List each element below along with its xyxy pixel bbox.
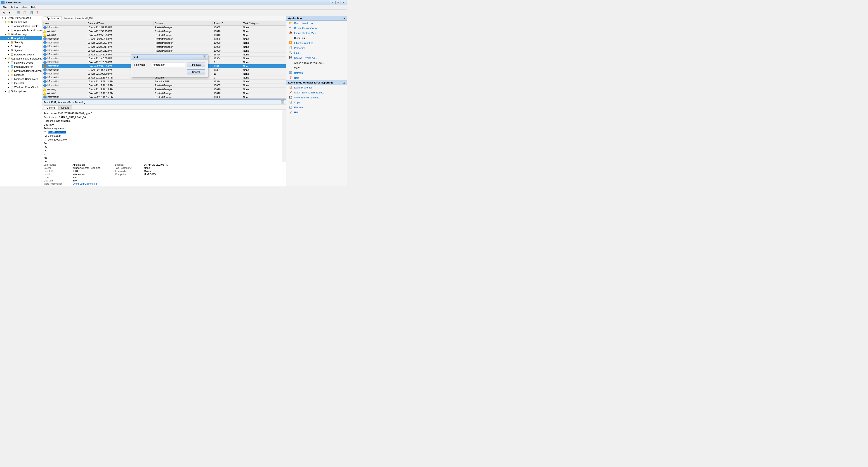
find-dialog-close[interactable]: × xyxy=(203,55,206,59)
tree-item-windows-logs[interactable]: ▼📁Windows Logs xyxy=(0,32,41,36)
tree-item-microsoft[interactable]: ►📁Microsoft xyxy=(0,73,41,77)
tree-expand-forwarded-events[interactable]: ► xyxy=(7,53,10,56)
table-row[interactable]: iInformation 16-Apr-22 2:59:23 PM Restar… xyxy=(42,41,286,45)
tree-expand-security[interactable]: ► xyxy=(7,41,10,44)
tree-item-custom-views[interactable]: ▼📁Custom Views xyxy=(0,20,41,24)
action-item-0-8[interactable]: Attach a Task To this Log... xyxy=(286,60,347,65)
tree-item-system[interactable]: ►🖥System xyxy=(0,49,41,53)
find-what-input[interactable] xyxy=(152,62,185,67)
col-category[interactable]: Task Category xyxy=(242,21,286,26)
tree-item-forwarded-events[interactable]: ►📋Forwarded Events xyxy=(0,53,41,57)
actions-section-header-1[interactable]: Event 1001, Windows Error Reporting▲ xyxy=(286,80,347,85)
action-item-0-3[interactable]: Clear Log... xyxy=(286,35,347,40)
tree-item-key-management[interactable]: ►🔑Key Management Service xyxy=(0,69,41,73)
toolbar-btn-2[interactable]: 📋 xyxy=(22,10,27,15)
table-row[interactable]: !Warning 16-Apr-22 2:59:25 PM RestartMan… xyxy=(42,29,286,33)
action-item-1-3[interactable]: 📋Copy xyxy=(286,100,347,105)
col-level[interactable]: Level xyxy=(42,21,86,26)
tree-item-setup[interactable]: ►⚙Setup xyxy=(0,45,41,49)
tree-item-microsoft-office[interactable]: ►📋Microsoft Office Alerts xyxy=(0,77,41,81)
tree-expand-key-management[interactable]: ► xyxy=(7,69,10,72)
toolbar-btn-3[interactable]: 🔄 xyxy=(28,10,34,15)
table-row[interactable]: iInformation 16-Apr-22 12:16:16 PM Resta… xyxy=(42,84,286,87)
tree-item-event-viewer-local[interactable]: ▼🖥Event Viewer (Local) xyxy=(0,16,41,20)
table-row[interactable]: iInformation 16-Apr-22 12:16:15 PM Resta… xyxy=(42,95,286,98)
find-cancel-button[interactable]: Cancel xyxy=(187,69,205,75)
col-eventid[interactable]: Event ID xyxy=(212,21,242,26)
menu-help[interactable]: Help xyxy=(29,5,38,9)
tree-expand-windows-logs[interactable]: ▼ xyxy=(4,33,7,36)
action-item-0-1[interactable]: ✏Create Custom View... xyxy=(286,26,347,31)
cell-category: None xyxy=(242,76,286,80)
tree-expand-apps-services-logs[interactable]: ▼ xyxy=(4,57,7,60)
menu-action[interactable]: Action xyxy=(9,5,20,9)
tree-expand-setup[interactable]: ► xyxy=(7,45,10,48)
tree-expand-internet-explorer[interactable]: ► xyxy=(7,65,10,68)
action-item-0-5[interactable]: 📋Properties xyxy=(286,46,347,51)
action-item-1-1[interactable]: 📌Attach Task To This Event... xyxy=(286,90,347,95)
tree-expand-openssh[interactable]: ► xyxy=(7,82,10,85)
action-item-0-10[interactable]: 🔄Refresh xyxy=(286,70,347,75)
tab-details[interactable]: Details xyxy=(58,106,72,110)
table-row[interactable]: !Warning 16-Apr-22 12:16:16 PM RestartMa… xyxy=(42,87,286,91)
table-row[interactable]: !Warning 16-Apr-22 12:16:16 PM RestartMa… xyxy=(42,91,286,95)
maximize-button[interactable]: □ xyxy=(336,1,340,4)
action-item-0-9[interactable]: View xyxy=(286,65,347,70)
action-item-1-0[interactable]: 📋Event Properties xyxy=(286,85,347,90)
table-row[interactable]: !Warning 16-Apr-22 2:59:25 PM RestartMan… xyxy=(42,33,286,37)
actions-section-header-0[interactable]: Application▲ xyxy=(286,16,347,21)
tree-expand-microsoft-office[interactable]: ► xyxy=(7,77,10,81)
tree-item-internet-explorer[interactable]: ►🌐Internet Explorer xyxy=(0,65,41,69)
tab-general[interactable]: General xyxy=(43,106,58,110)
action-item-0-4[interactable]: 🔽Filter Current Log... xyxy=(286,40,347,46)
toolbar-btn-1[interactable]: 🔙 xyxy=(16,10,21,15)
tree-item-subscriptions[interactable]: ►📋Subscriptions xyxy=(0,89,41,93)
action-item-1-2[interactable]: 💾Save Selected Events... xyxy=(286,95,347,100)
tree-expand-hardware-events[interactable]: ► xyxy=(7,61,10,64)
more-info-link[interactable]: Event Log Online Help xyxy=(72,182,113,185)
table-row[interactable]: iInformation 16-Apr-22 2:59:25 PM Restar… xyxy=(42,26,286,29)
tree-item-apps-services-logs[interactable]: ▼📁Applications and Services Logs xyxy=(0,57,41,61)
tree-expand-event-viewer-local[interactable]: ▼ xyxy=(1,16,4,20)
tree-expand-administrative-events[interactable]: ► xyxy=(7,24,10,28)
cell-category: None xyxy=(242,91,286,95)
table-row[interactable]: iInformation 16-Apr-22 2:59:12 PM Restar… xyxy=(42,49,286,53)
action-item-1-5[interactable]: ❓Help xyxy=(286,110,347,115)
tree-expand-microsoft[interactable]: ► xyxy=(7,73,10,77)
close-button[interactable]: × xyxy=(341,1,346,4)
tree-item-windows-powershell[interactable]: ►📋Windows PowerShell xyxy=(0,85,41,89)
tree-item-openssh[interactable]: ►📋OpenSSH xyxy=(0,81,41,85)
col-date[interactable]: Date and Time xyxy=(86,21,153,26)
tree-item-administrative-events[interactable]: ►📋Administrative Events xyxy=(0,24,41,28)
tree-item-hardware-events[interactable]: ►📋Hardware Events xyxy=(0,61,41,65)
detail-close-button[interactable]: × xyxy=(281,100,284,104)
tree-expand-custom-views[interactable]: ▼ xyxy=(4,20,7,24)
action-item-0-11[interactable]: ❓Help xyxy=(286,75,347,80)
tree-item-apparaatbeheer[interactable]: ►📋Apparaatbeheer - Ethernet-cont... xyxy=(0,28,41,32)
tree-expand-windows-powershell[interactable]: ► xyxy=(7,86,10,89)
tree-expand-system[interactable]: ► xyxy=(7,49,10,52)
forward-button[interactable]: ► xyxy=(7,10,13,15)
action-item-0-0[interactable]: 📂Open Saved Log... xyxy=(286,21,347,26)
toolbar-btn-4[interactable]: ❓ xyxy=(35,10,40,15)
action-item-0-6[interactable]: 🔍Find... xyxy=(286,51,347,55)
col-source[interactable]: Source xyxy=(153,21,212,26)
application-tab[interactable]: Application xyxy=(43,16,62,20)
tree-expand-apparaatbeheer[interactable]: ► xyxy=(7,29,10,32)
find-next-button[interactable]: Find Next xyxy=(187,62,205,67)
action-item-0-7[interactable]: 💾Save All Events As... xyxy=(286,55,347,60)
detail-scrollbar[interactable] xyxy=(283,110,286,162)
menu-view[interactable]: View xyxy=(20,5,29,9)
action-item-1-4[interactable]: 🔄Refresh xyxy=(286,105,347,110)
back-button[interactable]: ◄ xyxy=(1,10,6,15)
tree-item-security[interactable]: ►🔒Security xyxy=(0,40,41,45)
minimize-button[interactable]: ─ xyxy=(330,1,335,4)
tree-expand-application[interactable]: ► xyxy=(7,37,10,40)
tree-item-application[interactable]: ►📋Application xyxy=(0,36,41,40)
tree-expand-subscriptions[interactable]: ► xyxy=(4,90,7,93)
table-row[interactable]: iInformation 16-Apr-22 12:59:11 PM Secur… xyxy=(42,80,286,84)
table-row[interactable]: iInformation 16-Apr-22 2:59:25 PM Restar… xyxy=(42,37,286,41)
menu-file[interactable]: File xyxy=(1,5,8,9)
action-item-0-2[interactable]: 📥Import Custom View... xyxy=(286,31,347,35)
table-row[interactable]: iInformation 16-Apr-22 2:59:17 PM Restar… xyxy=(42,45,286,49)
